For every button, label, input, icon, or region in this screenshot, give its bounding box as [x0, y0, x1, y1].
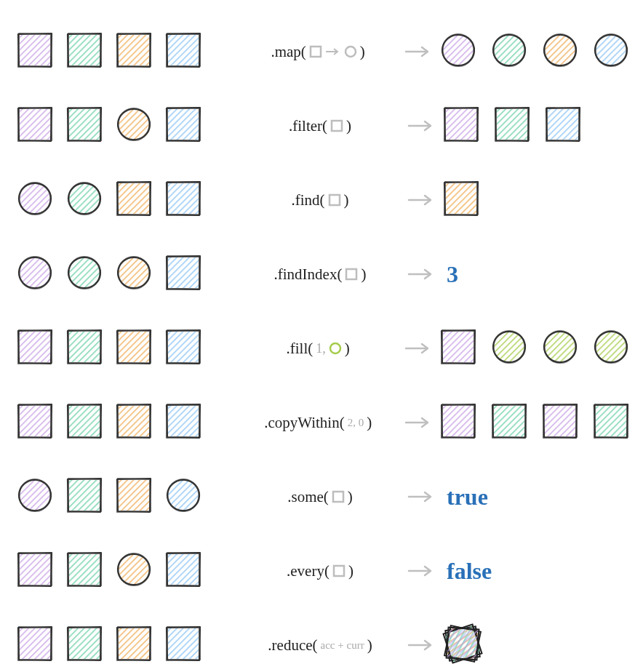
input-shape [116, 329, 151, 367]
svg-point-10 [346, 47, 356, 57]
input-shape [17, 107, 52, 145]
method-name: .some( [287, 488, 329, 506]
method-row: .find() [15, 163, 628, 237]
method-name: .find( [291, 191, 324, 209]
input-shape [17, 33, 52, 71]
input-shape [166, 404, 201, 441]
input-shapes [15, 478, 240, 516]
svg-rect-107 [119, 406, 149, 436]
output-shape [594, 404, 628, 441]
method-name: .findIndex( [274, 265, 343, 284]
arrow-icon [400, 489, 444, 504]
svg-rect-152 [168, 628, 199, 659]
input-shape [116, 181, 151, 219]
arrow-icon [397, 341, 441, 356]
input-shape [67, 552, 102, 590]
input-shape [67, 404, 102, 441]
output-text: false [444, 558, 492, 585]
square-glyph-icon [332, 564, 346, 577]
svg-rect-43 [497, 109, 527, 140]
output-shapes [444, 181, 479, 219]
square-glyph-icon [328, 193, 341, 207]
output-shape [492, 33, 527, 71]
method-name: .reduce( [268, 636, 317, 655]
output-shape [495, 107, 530, 145]
input-shape [67, 107, 102, 145]
svg-rect-79 [20, 332, 50, 362]
svg-rect-150 [119, 628, 149, 659]
method-row: .findIndex() 3 [15, 237, 628, 311]
svg-rect-112 [443, 406, 474, 436]
svg-rect-146 [20, 628, 50, 659]
svg-rect-116 [545, 406, 575, 436]
method-label: .fill(1,) [239, 340, 398, 358]
output-shape [441, 33, 476, 71]
arrow-icon [400, 267, 444, 281]
svg-rect-76 [346, 269, 356, 279]
input-shape [17, 626, 52, 664]
output-shapes [441, 329, 628, 367]
method-label: .filter() [240, 117, 400, 135]
svg-rect-105 [69, 406, 100, 436]
svg-rect-109 [168, 406, 199, 436]
method-row: .every() false [15, 534, 628, 608]
svg-point-86 [330, 343, 340, 353]
method-name: .copyWithin( [264, 414, 345, 432]
input-shapes [15, 181, 240, 219]
svg-rect-3 [69, 35, 100, 65]
input-shape [17, 329, 52, 367]
input-shape [17, 255, 52, 293]
arrow-icon [400, 119, 444, 133]
input-shape [17, 404, 52, 441]
svg-rect-55 [119, 183, 149, 214]
input-shape [116, 33, 151, 71]
svg-rect-31 [69, 109, 100, 140]
output-shape [594, 329, 628, 367]
svg-rect-37 [168, 109, 199, 140]
input-shape [116, 552, 151, 590]
svg-rect-38 [332, 121, 342, 131]
svg-rect-148 [69, 628, 100, 659]
output-shape [492, 329, 527, 367]
circle-glyph-icon [329, 342, 342, 355]
output-text: true [444, 484, 488, 511]
arrow-icon [397, 44, 441, 59]
input-shape [67, 33, 102, 71]
input-shape [116, 255, 151, 293]
input-shape [166, 255, 201, 293]
method-label: .some() [240, 488, 400, 506]
square-glyph-icon [309, 45, 322, 58]
svg-rect-126 [119, 480, 149, 511]
arrow-icon [400, 564, 444, 578]
input-shapes [15, 626, 240, 664]
input-shape [166, 33, 201, 71]
svg-rect-58 [330, 195, 340, 205]
svg-rect-1 [20, 35, 50, 65]
output-shape [441, 329, 476, 367]
svg-rect-114 [494, 406, 524, 436]
method-row: .reduce(acc + curr) [15, 608, 628, 672]
svg-rect-103 [20, 406, 50, 436]
svg-rect-75 [168, 257, 199, 288]
output-stack [444, 625, 482, 665]
input-shape [67, 478, 102, 516]
method-name: .every( [287, 562, 330, 580]
input-shape [166, 552, 201, 590]
svg-rect-136 [69, 554, 100, 585]
output-shapes [441, 33, 628, 71]
method-label: .every() [240, 562, 400, 580]
method-row: .fill(1,) [15, 311, 628, 385]
output-shape [546, 107, 580, 145]
svg-rect-41 [446, 109, 476, 140]
svg-rect-57 [168, 183, 199, 214]
method-label: .copyWithin(2, 0) [239, 414, 398, 432]
input-shape [116, 478, 151, 516]
input-shape [17, 552, 52, 590]
output-shape [543, 329, 578, 367]
arrow-glyph-icon [325, 47, 341, 56]
input-shape [116, 107, 151, 145]
method-row: .some() true [15, 460, 628, 534]
input-shape [17, 181, 52, 219]
output-text: 3 [444, 261, 458, 288]
method-label: .find() [240, 191, 400, 209]
